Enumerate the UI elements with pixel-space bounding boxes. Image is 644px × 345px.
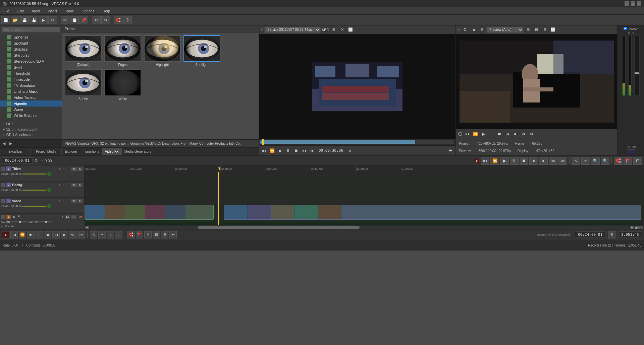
plugin-spotlight[interactable]: Spotlight	[0, 40, 62, 46]
track-1-content[interactable]	[85, 172, 644, 188]
prev-right-snap-btn[interactable]: ⊡	[533, 26, 540, 33]
plugin-unsharp[interactable]: Unsharp Mask	[0, 88, 62, 94]
preview-menu-btn[interactable]: ☰	[447, 147, 454, 154]
track-3-collapse[interactable]: ─	[1, 199, 5, 203]
prev-right-play-btn[interactable]: ▶	[480, 130, 487, 138]
track-2-m-btn[interactable]: M	[71, 183, 77, 187]
prev-right-settings-btn[interactable]: ⚙	[461, 26, 469, 33]
track-2-fx-btn[interactable]: FX	[56, 183, 61, 187]
plugin-white-balance[interactable]: White Balance	[0, 113, 62, 119]
bc-zoom-in-btn[interactable]: +	[107, 231, 114, 238]
track-4-collapse[interactable]: ─	[1, 215, 5, 219]
region-btn[interactable]: ⊟	[633, 157, 642, 165]
track-4-pan-slider[interactable]	[39, 221, 52, 222]
save-button[interactable]: 💾	[20, 16, 29, 24]
track-4-vol-slider[interactable]	[11, 221, 28, 222]
menu-tools[interactable]: Tools	[64, 8, 75, 14]
preset-subtle[interactable]: Subtle	[65, 69, 102, 101]
plugin-spherize[interactable]: Spherize	[0, 34, 62, 40]
bc-play-btn[interactable]: ▶	[27, 231, 35, 238]
track-2-s-btn[interactable]: S	[78, 183, 83, 187]
bc-zoom-out-btn[interactable]: -	[115, 231, 122, 238]
preview-close-btn[interactable]: ✕	[338, 26, 346, 33]
new-button[interactable]: 📄	[1, 16, 10, 24]
preview-settings-btn[interactable]: ⚙	[330, 26, 337, 33]
prev-right-grid-btn[interactable]: ⊞	[524, 26, 532, 33]
timeline-pause-btn[interactable]: ⏸	[510, 157, 519, 165]
scroll-thumb[interactable]	[198, 226, 360, 229]
track-3-level-slider[interactable]	[22, 206, 46, 207]
bc-next-marker-btn[interactable]: ⏭	[61, 231, 68, 238]
group-32bit[interactable]: 32-bit floating point	[0, 127, 62, 132]
plugin-threshold[interactable]: Threshold	[0, 70, 62, 76]
timeline-prev-marker-btn[interactable]: ⏮	[529, 157, 538, 165]
bc-fast-btn[interactable]: ≫	[77, 231, 85, 238]
plugin-starburst[interactable]: Starburst	[0, 52, 62, 58]
plugin-wave[interactable]: Wave	[0, 107, 62, 113]
bc-marker-btn[interactable]: 🚩	[136, 231, 143, 238]
menu-insert[interactable]: Insert	[46, 8, 58, 14]
timeline-stop-btn[interactable]: ⏹	[520, 157, 528, 165]
prev-right-copy-btn[interactable]: ⊟	[541, 26, 548, 33]
prev-right-rewind-btn[interactable]: ⏮	[464, 130, 471, 138]
track-3-loop-btn[interactable]	[47, 204, 51, 208]
track-4-env-btn[interactable]: ↑	[61, 215, 64, 219]
edit-tool-btn[interactable]: ✂	[581, 157, 590, 165]
timeline-play-btn[interactable]: ▶	[500, 157, 509, 165]
prev-right-fast-btn[interactable]: ≫	[528, 130, 535, 138]
redo-button[interactable]: ↪	[101, 16, 110, 24]
transport-stop-btn[interactable]: ⏹	[292, 147, 300, 154]
preview-expand-btn[interactable]: ⬜	[347, 26, 354, 33]
preview-left-timeline[interactable]	[259, 139, 455, 145]
track-3-motion-btn[interactable]: →	[66, 199, 70, 203]
track-2-loop-btn[interactable]	[47, 188, 51, 192]
preset-edges[interactable]: Edges	[104, 35, 141, 67]
tab-media-generators[interactable]: Media Generators	[122, 148, 154, 155]
track-4-s-btn[interactable]: S	[71, 215, 76, 219]
preset-highlight[interactable]: Highlight	[144, 35, 181, 67]
timeline-ruler[interactable]: 00:00:00 00:10:00 00:20:00 00:30:00 00:4…	[85, 165, 644, 172]
tab-explorer[interactable]: Explorer	[62, 148, 80, 155]
track-2-level-slider[interactable]	[22, 190, 46, 191]
bc-snap-btn[interactable]: 🧲	[127, 231, 135, 238]
mixer-solo-btn[interactable]: S	[632, 31, 634, 35]
track-3-s-btn[interactable]: S	[78, 199, 83, 203]
timeline-faster-btn[interactable]: ≫	[558, 157, 567, 165]
bc-slow-btn[interactable]: ≪	[69, 231, 76, 238]
timeline-rewind-btn[interactable]: ⏮	[481, 157, 489, 165]
menu-edit[interactable]: Edit	[16, 8, 25, 14]
bc-stop-btn[interactable]: ⏹	[44, 231, 51, 238]
bc-select-btn[interactable]: ↖	[90, 231, 97, 238]
mixer-mute-btn[interactable]: M	[628, 31, 631, 35]
undo-button[interactable]: ↩	[92, 16, 101, 24]
plugin-video-tuneup[interactable]: Video Tuneup	[0, 94, 62, 100]
prev-right-skip-all-btn[interactable]: ⏭	[512, 130, 519, 138]
preview-mode-select[interactable]: Preview (Auto)	[486, 27, 523, 33]
track-1-level-slider[interactable]	[22, 174, 46, 175]
track-4-rec-btn[interactable]: ⏺	[12, 215, 15, 219]
track-1-loop-btn[interactable]	[47, 172, 51, 176]
bc-loop-btn[interactable]: ↩	[169, 231, 177, 238]
preset-default[interactable]: (Default)	[65, 35, 102, 67]
bc-crossfade-btn[interactable]: ⊞	[161, 231, 168, 238]
menu-file[interactable]: File	[2, 8, 11, 14]
menu-view[interactable]: View	[31, 8, 41, 14]
track-3-fx-btn[interactable]: FX	[56, 199, 61, 203]
audio-clip-1[interactable]	[85, 221, 641, 225]
track-4-armed-btn[interactable]: 🎤	[16, 215, 20, 219]
bc-pause-btn[interactable]: ⏸	[36, 231, 43, 238]
timeline-prev-btn[interactable]: ⏪	[490, 157, 499, 165]
menu-help[interactable]: Help	[101, 8, 111, 14]
tab-excalibur[interactable]: Excalibur	[0, 148, 31, 155]
close-preview-right-icon[interactable]: ✕	[458, 28, 460, 31]
master-fader[interactable]	[634, 36, 640, 96]
scroll-end2-btn[interactable]: ⊡	[639, 226, 643, 229]
track-1-fx-btn[interactable]: FX	[56, 167, 61, 170]
close-button[interactable]: ✕	[637, 1, 641, 6]
bc-ripple-btn[interactable]: ⊟	[153, 231, 160, 238]
plugin-timecode[interactable]: Timecode	[0, 76, 62, 82]
track-1-s-btn[interactable]: S	[78, 167, 83, 171]
window-controls[interactable]: ─ □ ✕	[625, 1, 641, 6]
prev-right-skip-btn[interactable]: ⏮	[470, 26, 477, 33]
track-3-content[interactable]	[85, 204, 644, 220]
